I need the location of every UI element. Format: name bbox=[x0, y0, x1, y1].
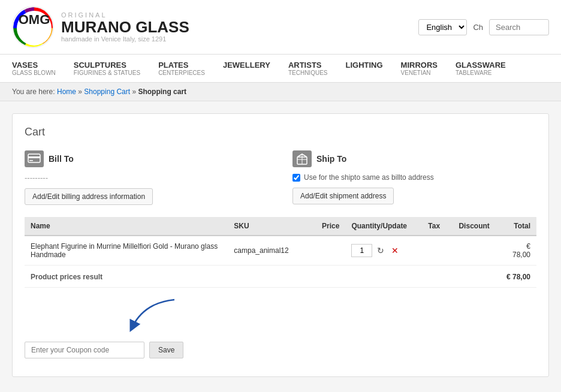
nav-sub-mirrors: VENETIAN bbox=[401, 70, 431, 76]
svg-text:OMG: OMG bbox=[19, 12, 50, 27]
bill-to-header: Bill To bbox=[25, 150, 269, 167]
col-header-qty: Quantity/Update bbox=[345, 217, 422, 236]
nav-label-glassware: GLASSWARE bbox=[456, 61, 506, 70]
nav-label-vases: VASES bbox=[12, 61, 38, 70]
cart-table: Name SKU Price Quantity/Update Tax Disco… bbox=[25, 217, 536, 288]
breadcrumb-sep1: » bbox=[78, 88, 84, 96]
col-header-name: Name bbox=[25, 217, 228, 236]
table-row: Elephant Figurine in Murrine Millelfiori… bbox=[25, 236, 536, 266]
breadcrumb: You are here: Home » Shopping Cart » Sho… bbox=[0, 83, 561, 101]
nav-sub-plates: CENTERPIECES bbox=[158, 70, 205, 76]
ship-to-block: Ship To Use for the shipto same as billt… bbox=[292, 150, 536, 205]
arrow-annotation bbox=[25, 297, 536, 333]
breadcrumb-current: Shopping cart bbox=[138, 88, 186, 96]
product-tax bbox=[422, 236, 453, 266]
nav-item-sculptures[interactable]: SCULPTURES FIGURINES & STATUES bbox=[74, 55, 140, 82]
language-select[interactable]: English Italian bbox=[418, 19, 467, 35]
qty-controls: ↻ ✕ bbox=[351, 244, 416, 257]
logo-text: ORIGINAL MURANO GLASS handmade in Venice… bbox=[61, 11, 189, 43]
prices-result-row: Product prices result € 78,00 bbox=[25, 266, 536, 288]
main-content: Cart Bill To --------- Ad bbox=[0, 101, 561, 389]
shipto-same-row: Use for the shipto same as billto addres… bbox=[292, 173, 536, 182]
prices-result-value: € 78,00 bbox=[496, 266, 536, 288]
logo-murano-text: MURANO GLASS bbox=[61, 19, 189, 36]
breadcrumb-home[interactable]: Home bbox=[57, 88, 76, 96]
qty-remove-button[interactable]: ✕ bbox=[389, 245, 401, 257]
ch-label: Ch bbox=[473, 23, 483, 32]
shipto-same-checkbox[interactable] bbox=[292, 174, 300, 182]
breadcrumb-prefix: You are here: bbox=[12, 88, 55, 96]
nav-item-plates[interactable]: PLATES CENTERPIECES bbox=[158, 55, 205, 82]
breadcrumb-shopping-cart-link[interactable]: Shopping Cart bbox=[84, 88, 130, 96]
header-right: English Italian Ch bbox=[418, 19, 549, 35]
nav-item-glassware[interactable]: GLASSWARE TABLEWARE bbox=[456, 55, 506, 82]
col-header-discount: Discount bbox=[453, 217, 495, 236]
nav-sub-glassware: TABLEWARE bbox=[456, 70, 492, 76]
logo-icon: OMG bbox=[12, 6, 54, 48]
breadcrumb-sep2: » bbox=[132, 88, 138, 96]
cart-title: Cart bbox=[25, 126, 536, 138]
address-row: Bill To --------- Add/Edit billing addre… bbox=[25, 150, 536, 205]
search-input[interactable] bbox=[489, 19, 549, 35]
nav-label-sculptures: SCULPTURES bbox=[74, 61, 126, 70]
nav-item-mirrors[interactable]: MIRRORS VENETIAN bbox=[401, 55, 438, 82]
qty-refresh-button[interactable]: ↻ bbox=[375, 245, 387, 257]
logo-area: OMG ORIGINAL MURANO GLASS handmade in Ve… bbox=[12, 6, 189, 48]
col-header-sku: SKU bbox=[228, 217, 304, 236]
nav-sub-artists: TECHNIQUES bbox=[288, 70, 328, 76]
product-name: Elephant Figurine in Murrine Millelfiori… bbox=[25, 236, 228, 266]
nav-sub-sculptures: FIGURINES & STATUES bbox=[74, 70, 140, 76]
bill-to-dashes: --------- bbox=[25, 173, 269, 182]
prices-result-label: Product prices result bbox=[25, 266, 453, 288]
add-edit-billing-button[interactable]: Add/Edit billing address information bbox=[25, 188, 153, 205]
nav-label-lighting: LIGHTING bbox=[345, 61, 382, 70]
shipto-same-label: Use for the shipto same as billto addres… bbox=[304, 173, 434, 182]
logo-handmade-text: handmade in Venice Italy, size 1291 bbox=[61, 35, 189, 43]
cart-box: Cart Bill To --------- Ad bbox=[12, 113, 549, 377]
coupon-input[interactable] bbox=[25, 342, 144, 358]
col-header-tax: Tax bbox=[422, 217, 453, 236]
logo-original-text: ORIGINAL bbox=[61, 11, 189, 19]
nav-label-mirrors: MIRRORS bbox=[401, 61, 438, 70]
product-total: € 78,00 bbox=[496, 236, 536, 266]
svg-rect-4 bbox=[29, 160, 33, 161]
ship-to-icon bbox=[292, 150, 312, 167]
col-header-total: Total bbox=[496, 217, 536, 236]
bill-to-label: Bill To bbox=[49, 154, 74, 164]
nav-item-lighting[interactable]: LIGHTING bbox=[345, 55, 382, 82]
col-header-price: Price bbox=[304, 217, 345, 236]
bill-to-block: Bill To --------- Add/Edit billing addre… bbox=[25, 150, 269, 205]
ship-to-header: Ship To bbox=[292, 150, 536, 167]
nav-item-artists[interactable]: ARTISTS TECHNIQUES bbox=[288, 55, 328, 82]
nav-label-artists: ARTISTS bbox=[288, 61, 322, 70]
coupon-row: Save bbox=[25, 336, 536, 364]
nav-item-jewellery[interactable]: JEWELLERY bbox=[223, 55, 270, 82]
product-qty-cell: ↻ ✕ bbox=[345, 236, 422, 266]
main-nav: VASES GLASS BLOWN SCULPTURES FIGURINES &… bbox=[0, 55, 561, 83]
table-header-row: Name SKU Price Quantity/Update Tax Disco… bbox=[25, 217, 536, 236]
product-discount bbox=[453, 236, 495, 266]
product-price bbox=[304, 236, 345, 266]
svg-rect-3 bbox=[28, 156, 40, 158]
nav-label-plates: PLATES bbox=[158, 61, 188, 70]
arrow-svg bbox=[85, 297, 204, 333]
bill-to-icon bbox=[25, 150, 44, 167]
add-edit-shipment-button[interactable]: Add/Edit shipment address bbox=[292, 188, 394, 204]
product-sku: campa_animal12 bbox=[228, 236, 304, 266]
nav-sub-vases: GLASS BLOWN bbox=[12, 70, 56, 76]
qty-input[interactable] bbox=[351, 244, 372, 257]
save-coupon-button[interactable]: Save bbox=[149, 342, 183, 358]
ship-to-label: Ship To bbox=[316, 154, 346, 164]
header: OMG ORIGINAL MURANO GLASS handmade in Ve… bbox=[0, 0, 561, 55]
nav-item-vases[interactable]: VASES GLASS BLOWN bbox=[12, 55, 56, 82]
nav-label-jewellery: JEWELLERY bbox=[223, 61, 270, 70]
